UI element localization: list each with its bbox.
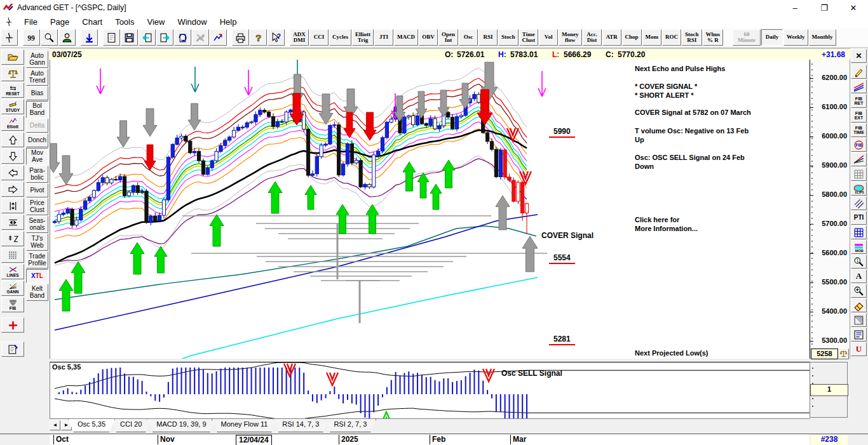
- save-button[interactable]: [121, 29, 138, 46]
- chart-arrows-button[interactable]: [210, 29, 227, 46]
- period-button-weekly[interactable]: Weekly: [783, 29, 808, 46]
- draw-tool-mob[interactable]: MOB: [851, 240, 867, 254]
- page-back-button[interactable]: [139, 29, 156, 46]
- sidebar-tool-mov-ave[interactable]: MovAve: [26, 148, 48, 165]
- draw-tool-text-tool[interactable]: A: [851, 269, 867, 283]
- draw-tool-hatch[interactable]: [851, 196, 867, 210]
- sidebar-tool-kelt-band[interactable]: KeltBand: [26, 284, 48, 301]
- draw-tool-pencil[interactable]: [851, 65, 867, 79]
- arrow-up-button[interactable]: [1, 132, 24, 147]
- rotate-page-button[interactable]: [174, 29, 191, 46]
- sidebar-tool-bias[interactable]: Bias: [26, 86, 48, 100]
- draw-tool-eraser[interactable]: [851, 298, 867, 312]
- reset-button[interactable]: RESET: [1, 83, 24, 98]
- study-button-macd[interactable]: MACD: [394, 29, 418, 46]
- print-button[interactable]: [232, 29, 249, 46]
- sidebar-tool-pivot[interactable]: Pivot: [26, 183, 48, 197]
- draw-tool-trend-lines[interactable]: [851, 79, 867, 93]
- sidebar-tool-auto-trend[interactable]: AutoTrend: [26, 69, 48, 86]
- study-button[interactable]: STUDY: [1, 99, 24, 114]
- draw-tool-fib-time[interactable]: FIBTIME: [851, 123, 867, 137]
- study-button-stoch-rsi[interactable]: StochRSI: [682, 29, 702, 46]
- study-button-open-int[interactable]: OpenInt: [438, 29, 458, 46]
- tab-cci-20[interactable]: CCI 20: [111, 419, 151, 432]
- draw-tool-regression[interactable]: 1: [851, 255, 867, 269]
- draw-tool-delete[interactable]: ✕: [851, 49, 867, 63]
- menu-tools[interactable]: Tools: [109, 17, 140, 27]
- oscillator-chart[interactable]: [50, 362, 810, 418]
- minimize-button[interactable]: –: [780, 0, 810, 15]
- dot-grid-button[interactable]: [1, 248, 24, 263]
- context-help-button[interactable]: ?: [268, 29, 285, 46]
- sidebar-tool-tjs-web[interactable]: TJ'sWeb: [26, 234, 48, 251]
- split-view-button[interactable]: [1, 231, 24, 246]
- menu-chart[interactable]: Chart: [76, 17, 109, 27]
- draw-tool-fan[interactable]: [851, 152, 867, 166]
- study-button-time-clust[interactable]: TimeClust: [519, 29, 539, 46]
- study-button-chop[interactable]: Chop: [622, 29, 642, 46]
- period-button-monthly[interactable]: Monthly: [809, 29, 836, 46]
- menu-help[interactable]: Help: [214, 17, 243, 27]
- study-button-stoch[interactable]: Stoch: [498, 29, 519, 46]
- tab-rsi-2-7-3[interactable]: RSI 2, 7, 3: [324, 419, 376, 432]
- menu-view[interactable]: View: [140, 17, 171, 27]
- sidebar-tool-bol-band[interactable]: BolBand: [26, 101, 48, 118]
- compress-vertical-button[interactable]: [1, 198, 24, 213]
- chart-annotation-9[interactable]: More Information...: [635, 225, 698, 232]
- candlestick-chart[interactable]: [50, 60, 810, 359]
- chart-window-button[interactable]: [1, 29, 18, 46]
- study-button-jti[interactable]: JTI: [374, 29, 393, 46]
- open-folder-button[interactable]: [1, 50, 24, 65]
- page-forward-button[interactable]: [156, 29, 173, 46]
- arrow-left-button[interactable]: [1, 165, 24, 180]
- menu-window[interactable]: Window: [171, 17, 213, 27]
- sidebar-tool-seasonals[interactable]: Seas-onals: [26, 216, 48, 233]
- child-window-icon[interactable]: [5, 17, 13, 27]
- menu-page[interactable]: Page: [44, 17, 76, 27]
- tab-macd-19-39-9[interactable]: MACD 19, 39, 9: [147, 419, 215, 432]
- sidebar-tool-auto-gann[interactable]: AutoGann: [26, 51, 48, 68]
- help-button[interactable]: ?: [250, 29, 267, 46]
- search-button[interactable]: [41, 29, 58, 46]
- study-button-atr[interactable]: ATR: [602, 29, 621, 46]
- oscillator-panel[interactable]: [50, 362, 810, 419]
- scales-mini-button[interactable]: [838, 349, 849, 359]
- draw-tool-zoom-in[interactable]: [851, 284, 867, 298]
- study-button-money-flow[interactable]: Moneyflow: [559, 29, 582, 46]
- draw-tool-fib-extension[interactable]: FIBEXT: [851, 109, 867, 123]
- draw-tool-fib-retracement[interactable]: FIBRET: [851, 94, 867, 108]
- study-button-osc[interactable]: Osc: [459, 29, 478, 46]
- crosshair-button[interactable]: [1, 317, 24, 333]
- draw-tool-ellipse[interactable]: ELIPS: [851, 182, 867, 196]
- study-button-cycles[interactable]: Cycles: [329, 29, 351, 46]
- arrow-right-button[interactable]: [1, 182, 24, 197]
- chart-annotation-8[interactable]: Click here for: [635, 216, 679, 223]
- study-button-rsi[interactable]: RSI: [478, 29, 498, 46]
- sidebar-tool-trade-profile[interactable]: TradeProfile: [26, 251, 48, 269]
- draw-tool-fib-circle[interactable]: FIB: [851, 138, 867, 152]
- arrow-down-button[interactable]: [1, 149, 24, 164]
- close-button[interactable]: ✕: [839, 0, 868, 15]
- tab-rsi-14-7-3[interactable]: RSI 14, 7, 3: [273, 419, 329, 432]
- gann-button[interactable]: GANN: [1, 281, 24, 296]
- fib-button[interactable]: FIB: [1, 297, 24, 312]
- download-button[interactable]: [81, 29, 98, 46]
- compress-horizontal-button[interactable]: [1, 215, 24, 230]
- draw-tool-grid[interactable]: [851, 167, 867, 181]
- tab-money-flow-11[interactable]: Money Flow 11: [212, 419, 278, 432]
- study-button-wlms-r[interactable]: Wlms% R: [703, 29, 724, 46]
- study-button-mom[interactable]: Mom: [642, 29, 662, 46]
- study-button-elliott-trig[interactable]: ElliottTrig: [352, 29, 374, 46]
- menu-file[interactable]: File: [18, 17, 44, 27]
- sidebar-tool-price-clust[interactable]: PriceClust: [26, 198, 48, 215]
- study-button-roc[interactable]: ROC: [662, 29, 681, 46]
- user-button[interactable]: [58, 29, 76, 46]
- sidebar-tool-parabolic[interactable]: Para-bolic: [26, 166, 48, 183]
- lines-button[interactable]: LINES: [1, 264, 24, 279]
- properties-button[interactable]: [1, 342, 24, 357]
- study-button-cci[interactable]: CCI: [309, 29, 329, 46]
- sidebar-tool-donch[interactable]: Donch: [26, 133, 48, 147]
- study-button-adx-dmi[interactable]: ADXDMI: [290, 29, 309, 46]
- study-button-acc-dist[interactable]: Acc.Dist: [583, 29, 602, 46]
- price-chart[interactable]: [50, 60, 810, 359]
